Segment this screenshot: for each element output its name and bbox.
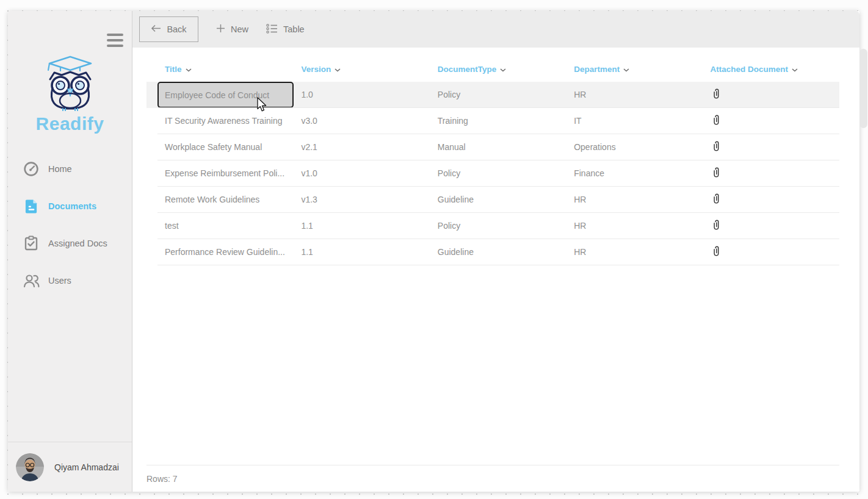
cell-department[interactable]: Operations xyxy=(566,142,703,152)
table-button-label: Table xyxy=(283,24,305,34)
user-avatar[interactable] xyxy=(16,453,44,481)
sidebar-item-label: Assigned Docs xyxy=(48,239,107,248)
chevron-down-icon xyxy=(792,65,798,74)
cell-version[interactable]: v1.3 xyxy=(294,195,430,204)
cell-title[interactable]: Remote Work Guidelines xyxy=(157,195,294,204)
home-gauge-icon xyxy=(23,161,40,177)
cell-version[interactable]: v3.0 xyxy=(294,116,430,126)
cell-department[interactable]: HR xyxy=(566,221,703,231)
hamburger-menu-icon[interactable] xyxy=(107,34,123,47)
table-row[interactable]: Workplace Safety Manualv2.1ManualOperati… xyxy=(146,134,839,160)
table-row[interactable]: Remote Work Guidelinesv1.3GuidelineHR xyxy=(146,187,839,213)
table-view-button[interactable]: Table xyxy=(266,24,305,35)
column-header-title[interactable]: Title xyxy=(157,65,294,74)
sidebar-item-label: Home xyxy=(48,164,72,174)
plus-icon xyxy=(216,24,225,35)
paperclip-icon[interactable] xyxy=(711,88,720,99)
table-row[interactable]: test1.1PolicyHR xyxy=(146,213,839,239)
cell-version[interactable]: v2.1 xyxy=(294,142,430,152)
chevron-down-icon xyxy=(623,65,629,74)
sidebar-item-home[interactable]: Home xyxy=(8,150,132,187)
list-icon xyxy=(266,24,278,35)
cell-attached-document xyxy=(703,140,839,154)
cell-title[interactable]: Workplace Safety Manual xyxy=(157,142,294,152)
table-row[interactable]: IT Security Awareness Trainingv3.0Traini… xyxy=(146,108,839,134)
document-icon xyxy=(23,198,40,214)
back-button[interactable]: Back xyxy=(139,16,198,42)
cell-documenttype[interactable]: Policy xyxy=(430,90,566,99)
table-row[interactable]: Employee Code of Conduct1.0PolicyHR xyxy=(146,82,839,108)
cell-attached-document xyxy=(703,245,839,259)
table-footer: Rows: 7 xyxy=(146,465,839,492)
sidebar-item-label: Users xyxy=(48,276,71,285)
sidebar-item-label: Documents xyxy=(48,201,96,211)
toolbar: Back New xyxy=(132,11,859,48)
column-header-department[interactable]: Department xyxy=(566,65,703,74)
app-window: Readify HomeDocumentsAssigned DocsUsers xyxy=(8,11,859,492)
cell-documenttype[interactable]: Training xyxy=(430,116,566,126)
cell-attached-document xyxy=(703,88,839,101)
cell-version[interactable]: 1.1 xyxy=(294,247,430,257)
chevron-down-icon xyxy=(500,65,506,74)
cell-version[interactable]: 1.1 xyxy=(294,221,430,231)
cell-department[interactable]: IT xyxy=(566,116,703,126)
cell-version[interactable]: v1.0 xyxy=(294,168,430,178)
cell-title[interactable]: Expense Reimbursement Poli... xyxy=(157,168,294,178)
column-header-label: Attached Document xyxy=(711,65,789,74)
cell-version[interactable]: 1.0 xyxy=(294,90,430,99)
cell-documenttype[interactable]: Guideline xyxy=(430,247,566,257)
user-profile[interactable]: Qiyam Ahmadzai xyxy=(8,442,132,492)
chevron-down-icon xyxy=(186,65,192,74)
cell-department[interactable]: HR xyxy=(566,90,703,99)
owl-logo-icon xyxy=(42,102,98,113)
main-panel: Back New xyxy=(132,11,859,492)
sidebar-item-users[interactable]: Users xyxy=(8,262,132,299)
column-header-attached-document[interactable]: Attached Document xyxy=(703,65,839,74)
table-row[interactable]: Expense Reimbursement Poli...v1.0PolicyF… xyxy=(146,160,839,187)
clipboard-check-icon xyxy=(23,235,40,251)
back-button-label: Back xyxy=(167,24,186,34)
sidebar: Readify HomeDocumentsAssigned DocsUsers xyxy=(8,11,132,492)
cell-department[interactable]: Finance xyxy=(566,168,703,178)
cell-documenttype[interactable]: Manual xyxy=(430,142,566,152)
column-header-label: Department xyxy=(574,65,620,74)
new-button[interactable]: New xyxy=(216,24,248,35)
column-header-label: DocumentType xyxy=(438,65,497,74)
cell-documenttype[interactable]: Guideline xyxy=(430,195,566,204)
paperclip-icon[interactable] xyxy=(711,219,720,231)
cell-department[interactable]: HR xyxy=(566,195,703,204)
cell-attached-document xyxy=(703,193,839,206)
cell-attached-document xyxy=(703,167,839,180)
cell-documenttype[interactable]: Policy xyxy=(430,221,566,231)
selected-cell[interactable]: Employee Code of Conduct xyxy=(157,82,294,107)
column-header-version[interactable]: Version xyxy=(294,65,430,74)
back-arrow-icon xyxy=(151,24,161,34)
user-name: Qiyam Ahmadzai xyxy=(54,462,119,472)
sidebar-nav: HomeDocumentsAssigned DocsUsers xyxy=(8,150,132,299)
table-header-row: TitleVersionDocumentTypeDepartmentAttach… xyxy=(157,57,839,82)
paperclip-icon[interactable] xyxy=(711,140,720,152)
paperclip-icon[interactable] xyxy=(711,114,720,126)
vertical-scrollbar[interactable] xyxy=(859,49,867,128)
paperclip-icon[interactable] xyxy=(711,245,720,257)
table-row[interactable]: Performance Review Guidelin...1.1Guideli… xyxy=(146,239,839,265)
cell-title[interactable]: test xyxy=(157,221,294,231)
sidebar-item-documents[interactable]: Documents xyxy=(8,187,132,224)
documents-table: TitleVersionDocumentTypeDepartmentAttach… xyxy=(132,48,859,492)
cell-department[interactable]: HR xyxy=(566,247,703,257)
paperclip-icon[interactable] xyxy=(711,193,720,204)
cell-title[interactable]: Performance Review Guidelin... xyxy=(157,247,294,257)
column-header-documenttype[interactable]: DocumentType xyxy=(430,65,566,74)
column-header-label: Version xyxy=(301,65,331,74)
cell-title[interactable]: Employee Code of Conduct xyxy=(157,82,294,107)
cell-documenttype[interactable]: Policy xyxy=(430,168,566,178)
app-logo: Readify xyxy=(8,54,132,134)
paperclip-icon[interactable] xyxy=(711,167,720,178)
desktop-canvas: { "app": { "name": "Readify" }, "colors"… xyxy=(0,0,868,499)
sidebar-item-assigned-docs[interactable]: Assigned Docs xyxy=(8,224,132,262)
chevron-down-icon xyxy=(335,65,341,74)
rows-count: Rows: 7 xyxy=(146,474,178,484)
column-header-label: Title xyxy=(165,65,182,74)
cell-title[interactable]: IT Security Awareness Training xyxy=(157,116,294,126)
table-body: Employee Code of Conduct1.0PolicyHRIT Se… xyxy=(146,82,839,265)
